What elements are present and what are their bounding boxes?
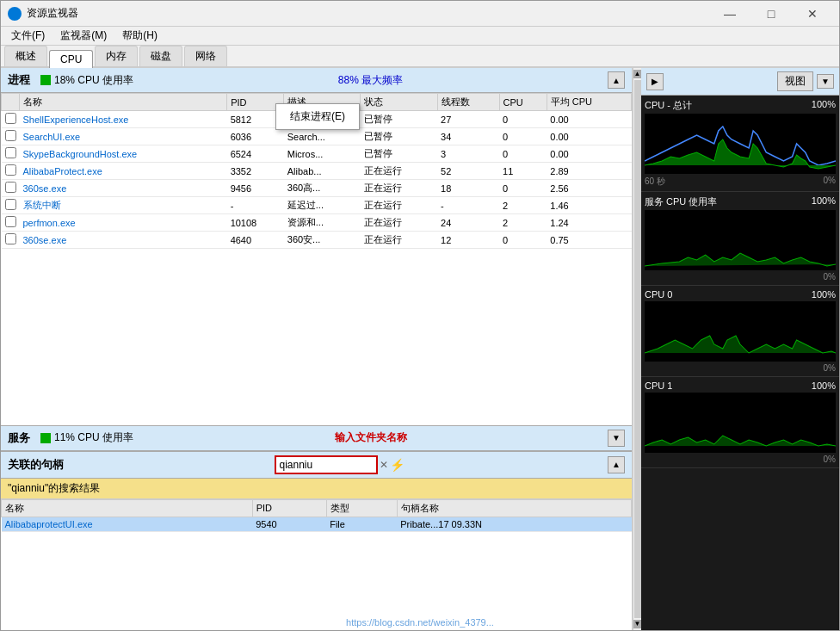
process-cell-cpu: 0 bbox=[499, 145, 547, 163]
close-button[interactable]: ✕ bbox=[793, 2, 832, 26]
process-cell-check[interactable] bbox=[2, 163, 20, 180]
vertical-scrollbar[interactable]: ▲ ▼ bbox=[633, 68, 641, 630]
process-cell-avg-cpu: 1.46 bbox=[547, 197, 631, 214]
scroll-down-btn[interactable]: ▼ bbox=[633, 620, 642, 628]
process-cell-status: 已暂停 bbox=[361, 128, 437, 145]
search-input[interactable] bbox=[275, 455, 378, 474]
process-cell-avg-cpu: 2.89 bbox=[547, 163, 631, 180]
process-col-name[interactable]: 名称 bbox=[20, 94, 227, 111]
process-cell-check[interactable] bbox=[2, 197, 20, 214]
handles-col-type[interactable]: 类型 bbox=[326, 499, 397, 517]
menu-help[interactable]: 帮助(H) bbox=[115, 27, 164, 45]
view-dropdown-button[interactable]: ▼ bbox=[817, 74, 834, 89]
main-window: 资源监视器 — □ ✕ 文件(F) 监视器(M) 帮助(H) 概述 CPU 内存… bbox=[0, 0, 840, 631]
cpu-total-graph-section: CPU - 总计 100% 60 秒 0% bbox=[641, 96, 839, 192]
cpu1-title: CPU 1 100% bbox=[645, 380, 836, 391]
process-cell-name: perfmon.exe bbox=[20, 214, 227, 232]
cpu1-footer: 0% bbox=[645, 455, 836, 464]
process-cell-check[interactable] bbox=[2, 232, 20, 249]
process-table-container[interactable]: 名称 PID 描述 状态 线程数 CPU 平均 CPU Shell bbox=[1, 93, 632, 425]
search-lightning-icon[interactable]: ⚡ bbox=[390, 458, 405, 472]
cpu1-bottom-percent: 0% bbox=[824, 455, 836, 464]
process-cell-threads: 12 bbox=[437, 232, 499, 249]
scroll-thumb[interactable] bbox=[634, 80, 641, 618]
handles-col-name[interactable]: 名称 bbox=[2, 499, 253, 517]
cpu0-footer: 0% bbox=[645, 363, 836, 373]
cpu0-bottom-percent: 0% bbox=[824, 363, 836, 373]
handles-collapse-btn[interactable]: ▲ bbox=[608, 456, 625, 473]
search-box: ✕ ⚡ bbox=[275, 455, 405, 474]
process-col-status[interactable]: 状态 bbox=[361, 94, 437, 111]
handles-table-row[interactable]: AlibabaprotectUI.exe 9540 File Pribate..… bbox=[2, 517, 632, 531]
process-cell-pid: 10108 bbox=[227, 214, 284, 232]
process-cell-pid: 3352 bbox=[227, 163, 284, 180]
tab-overview[interactable]: 概述 bbox=[4, 46, 47, 66]
process-cell-name: SearchUI.exe bbox=[20, 128, 227, 145]
cpu1-graph-section: CPU 1 100% 0% bbox=[641, 377, 839, 468]
process-cell-name: ShellExperienceHost.exe bbox=[20, 111, 227, 128]
restore-button[interactable]: □ bbox=[751, 2, 791, 26]
search-clear-icon[interactable]: ✕ bbox=[380, 459, 388, 471]
handles-cell-type: File bbox=[326, 517, 397, 531]
tab-memory[interactable]: 内存 bbox=[95, 46, 138, 66]
process-cell-status: 正在运行 bbox=[361, 180, 437, 197]
process-cell-check[interactable] bbox=[2, 128, 20, 145]
service-cpu-graph bbox=[645, 210, 836, 270]
play-pause-button[interactable]: ▶ bbox=[646, 73, 664, 90]
process-cell-name: AlibabaProtect.exe bbox=[20, 163, 227, 180]
services-collapse-btn[interactable]: ▼ bbox=[608, 430, 625, 447]
tab-disk[interactable]: 磁盘 bbox=[139, 46, 182, 66]
services-cpu-usage: 11% CPU 使用率 bbox=[54, 430, 133, 445]
process-cell-threads: 34 bbox=[437, 128, 499, 145]
process-table-row[interactable]: 360se.exe 9456 360高... 正在运行 18 0 2.56 bbox=[2, 180, 632, 197]
handles-col-pid[interactable]: PID bbox=[252, 499, 326, 517]
process-col-threads[interactable]: 线程数 bbox=[437, 94, 499, 111]
handles-col-handle-name[interactable]: 句柄名称 bbox=[397, 499, 631, 517]
tab-network[interactable]: 网络 bbox=[184, 46, 227, 66]
cpu0-percent: 100% bbox=[812, 289, 836, 300]
process-cell-threads: 27 bbox=[437, 111, 499, 128]
minimize-button[interactable]: — bbox=[710, 2, 750, 26]
handles-section: 关联的句柄 ✕ ⚡ ▲ "qianniu"的搜索结果 名称 PI bbox=[1, 451, 632, 630]
process-cell-pid: 4640 bbox=[227, 232, 284, 249]
app-icon bbox=[8, 7, 22, 21]
process-cell-desc: Alibab... bbox=[284, 163, 361, 180]
process-col-cpu[interactable]: CPU bbox=[499, 94, 547, 111]
process-col-avg-cpu[interactable]: 平均 CPU bbox=[547, 94, 631, 111]
process-cell-check[interactable] bbox=[2, 145, 20, 163]
tab-cpu[interactable]: CPU bbox=[49, 50, 93, 68]
process-table-row[interactable]: SkypeBackgroundHost.exe 6524 Micros... 已… bbox=[2, 145, 632, 163]
process-cell-check[interactable] bbox=[2, 214, 20, 232]
process-cell-check[interactable] bbox=[2, 111, 20, 128]
cpu-total-bottom-percent: 0% bbox=[824, 176, 836, 188]
process-cell-status: 已暂停 bbox=[361, 145, 437, 163]
menu-file[interactable]: 文件(F) bbox=[4, 27, 52, 45]
cpu-total-label: CPU - 总计 bbox=[645, 99, 692, 112]
process-cell-desc: Micros... bbox=[284, 145, 361, 163]
process-table-row[interactable]: SearchUI.exe 6036 Search... 已暂停 34 0 0.0… bbox=[2, 128, 632, 145]
process-cell-pid: - bbox=[227, 197, 284, 214]
process-table-row[interactable]: perfmon.exe 10108 资源和... 正在运行 24 2 1.24 bbox=[2, 214, 632, 232]
menu-monitor[interactable]: 监视器(M) bbox=[53, 27, 114, 45]
process-table-row[interactable]: 系统中断 - 延迟过... 正在运行 - 2 1.46 bbox=[2, 197, 632, 214]
process-title: 进程 bbox=[8, 72, 30, 88]
handles-cell-pid: 9540 bbox=[252, 517, 326, 531]
process-cell-pid: 6036 bbox=[227, 128, 284, 145]
scroll-up-btn[interactable]: ▲ bbox=[633, 70, 642, 78]
menu-bar: 文件(F) 监视器(M) 帮助(H) bbox=[1, 27, 839, 46]
view-button[interactable]: 视图 bbox=[777, 71, 813, 91]
window-title: 资源监视器 bbox=[27, 6, 710, 21]
handles-header: 关联的句柄 ✕ ⚡ ▲ bbox=[1, 452, 632, 479]
process-table-row[interactable]: AlibabaProtect.exe 3352 Alibab... 正在运行 5… bbox=[2, 163, 632, 180]
process-table-row[interactable]: 360se.exe 4640 360安... 正在运行 12 0 0.75 bbox=[2, 232, 632, 249]
process-cell-status: 正在运行 bbox=[361, 163, 437, 180]
services-header: 服务 11% CPU 使用率 输入文件夹名称 ▼ bbox=[1, 426, 632, 451]
handles-table-container[interactable]: 名称 PID 类型 句柄名称 AlibabaprotectUI.exe 9540… bbox=[1, 499, 632, 630]
process-cell-cpu: 0 bbox=[499, 111, 547, 128]
services-section: 服务 11% CPU 使用率 输入文件夹名称 ▼ bbox=[1, 425, 632, 451]
search-result-label: "qianniu"的搜索结果 bbox=[1, 479, 632, 499]
process-cell-avg-cpu: 2.56 bbox=[547, 180, 631, 197]
process-cell-check[interactable] bbox=[2, 180, 20, 197]
process-cell-desc: 资源和... bbox=[284, 214, 361, 232]
process-collapse-btn[interactable]: ▲ bbox=[608, 71, 625, 89]
